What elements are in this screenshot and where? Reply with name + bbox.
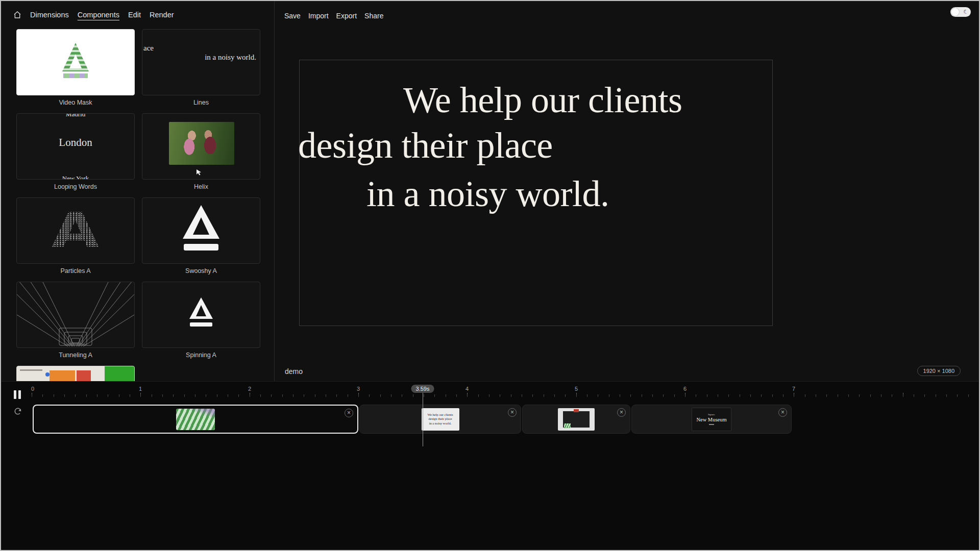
resolution-badge: 980 × 551: [917, 366, 961, 376]
ruler-label: 6: [683, 386, 687, 392]
ruler-label: 5: [575, 386, 578, 392]
pause-button[interactable]: [14, 390, 21, 399]
component-tunneling-a[interactable]: Tunneling A: [16, 282, 135, 359]
project-name: demo: [285, 367, 303, 375]
close-icon[interactable]: ×: [617, 408, 626, 417]
looping-word-top: Madrid: [66, 113, 85, 118]
export-button[interactable]: Export: [336, 12, 357, 20]
spinning-a-graphic: [188, 297, 214, 332]
component-label: Spinning A: [142, 352, 260, 359]
looping-word-middle: London: [59, 136, 92, 149]
components-panel: Dimensions Components Edit Render: [1, 1, 275, 381]
preview-text-line-3[interactable]: in a noisy world.: [366, 176, 609, 212]
component-looping-words[interactable]: Madrid London New York Looping Words: [16, 113, 135, 191]
component-swooshy-a[interactable]: Swooshy A: [142, 197, 260, 275]
museum-dash: [709, 424, 714, 425]
component-label: Video Mask: [16, 99, 135, 107]
component-spinning-a[interactable]: Spinning A: [142, 282, 260, 359]
component-helix[interactable]: Helix: [142, 113, 260, 191]
clip-text-line: We help our clients: [427, 413, 453, 417]
clip-text-line: in a noisy world.: [429, 421, 452, 425]
swooshy-a-graphic: [181, 205, 222, 256]
timeline: 0 1 2 3 4 5 6 7 3.59s × We help our clie…: [1, 381, 979, 551]
moon-icon: ☾: [963, 8, 968, 16]
playhead-time-badge[interactable]: 3.59s: [411, 385, 434, 393]
component-grid: Video Mask ace in a noisy world. Lines M…: [16, 29, 260, 381]
clip-scene-thumbnail: [558, 408, 595, 431]
tunneling-a-graphic: [17, 282, 134, 348]
video-mask-a-graphic: [59, 43, 92, 82]
clip-text[interactable]: We help our clients design their place i…: [359, 405, 521, 434]
clip-new-museum[interactable]: Square New Museum ×: [631, 405, 792, 434]
nav-dimensions[interactable]: Dimensions: [30, 11, 69, 19]
ruler-label: 3: [357, 386, 360, 392]
preview-canvas[interactable]: We help our clients design their place i…: [299, 60, 773, 326]
partial-red-block: [77, 370, 91, 381]
helix-photo-thumbnail: [169, 122, 234, 165]
nav-render[interactable]: Render: [150, 11, 174, 19]
timeline-ruler[interactable]: 0 1 2 3 4 5 6 7: [32, 386, 979, 399]
lines-text-right: in a noisy world.: [205, 53, 256, 62]
partial-green-screen: [105, 366, 134, 381]
component-thumbnail-partial[interactable]: [16, 366, 135, 381]
timeline-track: × We help our clients design their place…: [1, 405, 979, 434]
particles-a-glyph: A: [52, 207, 100, 254]
preview-text-line-2[interactable]: design their place: [298, 127, 553, 164]
ruler-minor-ticks: [32, 394, 979, 397]
clip-video-mask[interactable]: ×: [33, 405, 358, 434]
clip-video-thumbnail: [176, 409, 215, 430]
component-lines[interactable]: ace in a noisy world. Lines: [142, 29, 260, 107]
nav-components[interactable]: Components: [78, 11, 119, 19]
partial-blue-dot: [45, 372, 50, 377]
close-icon[interactable]: ×: [778, 408, 787, 417]
ruler-label: 4: [465, 386, 469, 392]
save-button[interactable]: Save: [284, 12, 301, 20]
home-icon[interactable]: [13, 11, 21, 19]
nav-edit[interactable]: Edit: [128, 11, 141, 19]
share-button[interactable]: Share: [364, 12, 383, 20]
ruler-label: 1: [139, 386, 142, 392]
clip-museum-thumbnail: Square New Museum: [692, 408, 731, 431]
cursor-icon: [195, 169, 202, 178]
museum-top-label: Square: [708, 413, 715, 416]
editor-panel: Save Import Export Share ☾ We help our c…: [275, 1, 979, 381]
component-video-mask[interactable]: Video Mask: [16, 29, 135, 107]
component-label: Tunneling A: [16, 352, 135, 359]
component-label: Particles A: [16, 267, 135, 275]
close-icon[interactable]: ×: [508, 408, 517, 417]
close-icon[interactable]: ×: [345, 409, 353, 417]
component-label: Looping Words: [16, 183, 135, 191]
theme-toggle[interactable]: ☾: [950, 7, 971, 17]
clip-text-line: design their place: [429, 417, 452, 421]
left-nav: Dimensions Components Edit Render: [13, 11, 174, 19]
import-button[interactable]: Import: [308, 12, 329, 20]
ruler-label: 0: [31, 386, 34, 392]
ruler-label: 7: [792, 386, 795, 392]
ruler-label: 2: [248, 386, 251, 392]
museum-title: New Museum: [696, 417, 726, 422]
clip-text-thumbnail: We help our clients design their place i…: [422, 408, 459, 431]
sun-knob-icon: [951, 8, 959, 16]
app-window: Dimensions Components Edit Render: [0, 0, 980, 551]
partial-text-bar: [20, 369, 42, 371]
looping-word-bottom: New York: [62, 174, 89, 180]
component-particles-a[interactable]: A Particles A: [16, 197, 135, 275]
preview-text-line-1[interactable]: We help our clients: [403, 82, 682, 118]
lines-text-fragment: ace: [143, 44, 154, 53]
component-label: Helix: [142, 183, 260, 191]
clip-scene[interactable]: ×: [522, 405, 630, 434]
playhead-line[interactable]: [423, 388, 423, 446]
component-label: Swooshy A: [142, 267, 260, 275]
partial-orange-block: [50, 370, 75, 381]
top-menu: Save Import Export Share: [284, 12, 383, 20]
component-label: Lines: [142, 99, 260, 107]
